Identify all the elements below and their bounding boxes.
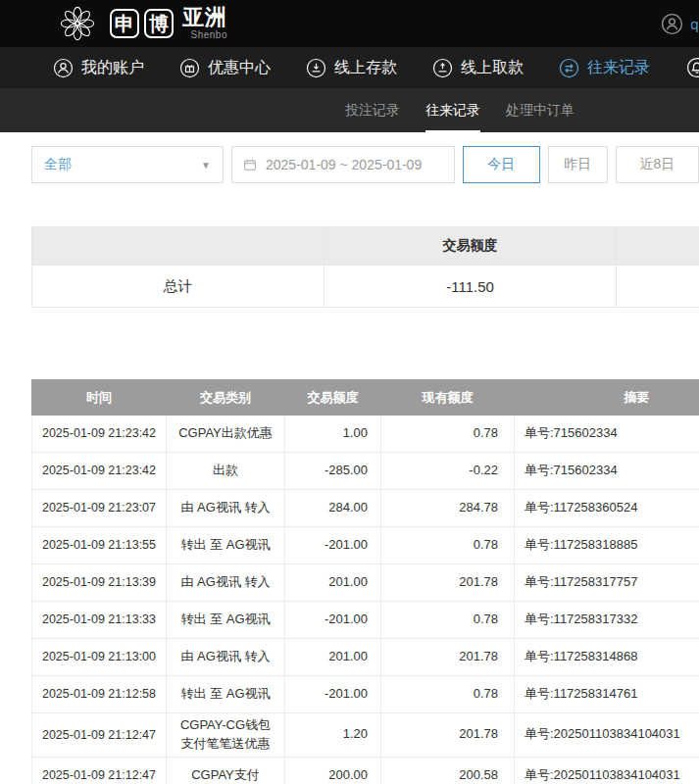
cell-type: CGPAY出款优惠 <box>167 416 285 453</box>
cell-time: 2025-01-09 21:13:33 <box>32 602 167 639</box>
cell-summary: 单号:117258314868 <box>515 639 699 676</box>
logo-char-bo: 博 <box>144 9 174 38</box>
col-header-summary: 摘要 <box>515 380 699 416</box>
table-row: 2025-01-09 21:12:47 CGPAY-CG钱包支付笔笔送优惠 1.… <box>32 713 699 758</box>
tab-processing-orders[interactable]: 处理中订单 <box>506 88 574 132</box>
table-row: 2025-01-09 21:12:47 CGPAY支付 200.00 200.5… <box>32 757 699 784</box>
table-row: 2025-01-09 21:13:00 由 AG视讯 转入 201.00 201… <box>32 639 699 676</box>
nav-item-promotions[interactable]: 优惠中心 <box>179 58 271 78</box>
table-row: 2025-01-09 21:12:58 转出 至 AG视讯 -201.00 0.… <box>32 676 699 713</box>
avatar-icon <box>661 13 683 35</box>
table-row: 2025-01-09 21:13:33 转出 至 AG视讯 -201.00 0.… <box>32 602 699 639</box>
records-icon <box>559 58 579 78</box>
col-header-balance: 现有额度 <box>381 380 515 416</box>
cell-type: 由 AG视讯 转入 <box>167 564 285 602</box>
cell-type: CGPAY支付 <box>167 757 285 784</box>
table-row: 2025-01-09 21:13:39 由 AG视讯 转入 201.00 201… <box>32 564 699 602</box>
cell-balance: 284.78 <box>381 490 515 527</box>
logo-region-text: 亚洲 <box>182 7 227 28</box>
cell-type: 由 AG视讯 转入 <box>167 639 285 676</box>
transactions-table: 时间 交易类别 交易额度 现有额度 摘要 2025-01-09 21:23:42… <box>31 379 699 784</box>
transactions-tbody: 2025-01-09 21:23:42 CGPAY出款优惠 1.00 0.78 … <box>32 416 699 784</box>
cell-amount: -201.00 <box>285 527 381 564</box>
cell-type: 转出 至 AG视讯 <box>167 527 285 564</box>
col-header-time: 时间 <box>32 380 167 416</box>
cell-summary: 单号:117258317757 <box>515 564 699 602</box>
cell-balance: 200.58 <box>381 757 515 784</box>
cell-amount: 1.20 <box>285 713 381 758</box>
table-row: 2025-01-09 21:13:55 转出 至 AG视讯 -201.00 0.… <box>32 527 699 564</box>
date-range-input[interactable]: 2025-01-09 ~ 2025-01-09 <box>231 146 455 183</box>
cell-balance: 0.78 <box>381 602 515 639</box>
summary-header-amount: 交易额度 <box>325 227 617 266</box>
records-subnav: 投注记录 往来记录 处理中订单 <box>0 88 699 132</box>
logo-wordmark: 亚洲 Shenbo <box>182 7 227 40</box>
account-area[interactable]: qh <box>661 0 699 47</box>
today-button[interactable]: 今日 <box>463 146 540 183</box>
cell-balance: 201.78 <box>381 713 515 758</box>
cell-summary: 单号:117258318885 <box>515 527 699 564</box>
tab-betting-records[interactable]: 投注记录 <box>345 88 400 132</box>
main-nav: 我的账户 优惠中心 线上存款 线上取款 往来记录 <box>0 47 699 88</box>
cell-time: 2025-01-09 21:12:58 <box>32 676 167 713</box>
cell-time: 2025-01-09 21:12:47 <box>32 713 167 758</box>
table-row: 2025-01-09 21:23:42 出款 -285.00 -0.22 单号:… <box>32 453 699 490</box>
summary-header-blank2 <box>617 227 699 266</box>
cell-time: 2025-01-09 21:13:55 <box>32 527 167 564</box>
cell-summary: 单号:715602334 <box>515 416 699 453</box>
nav-item-deposit[interactable]: 线上存款 <box>306 58 397 78</box>
nav-label: 往来记录 <box>587 58 650 78</box>
nav-item-my-account[interactable]: 我的账户 <box>53 58 144 78</box>
cell-time: 2025-01-09 21:13:00 <box>32 639 167 676</box>
col-header-amount: 交易额度 <box>285 380 381 416</box>
nav-label: 线上存款 <box>334 58 397 78</box>
cell-summary: 单号:117258314761 <box>515 676 699 713</box>
cell-time: 2025-01-09 21:13:39 <box>32 564 167 602</box>
cell-time: 2025-01-09 21:23:42 <box>32 453 167 490</box>
username-text: qh <box>690 16 699 32</box>
cell-balance: 0.78 <box>381 527 515 564</box>
cell-balance: 201.78 <box>381 564 515 602</box>
summary-header-blank <box>32 227 325 266</box>
table-row: 2025-01-09 21:23:07 由 AG视讯 转入 284.00 284… <box>32 490 699 527</box>
cell-summary: 单号:117258317332 <box>515 602 699 639</box>
date-range-value: 2025-01-09 ~ 2025-01-09 <box>266 157 422 172</box>
cell-time: 2025-01-09 21:23:42 <box>32 416 167 453</box>
table-row: 2025-01-09 21:23:42 CGPAY出款优惠 1.00 0.78 … <box>32 416 699 453</box>
cell-amount: 201.00 <box>285 564 381 602</box>
promo-icon <box>179 58 200 78</box>
user-icon <box>53 58 74 78</box>
summary-total-blank <box>617 266 699 308</box>
filter-bar: 全部 ▼ 2025-01-09 ~ 2025-01-09 今日 昨日 近8日 <box>0 132 699 183</box>
summary-total-row: 总计 -111.50 <box>32 266 699 308</box>
nav-label: 我的账户 <box>81 58 144 78</box>
tab-transaction-records[interactable]: 往来记录 <box>425 88 480 132</box>
cell-type: CGPAY-CG钱包支付笔笔送优惠 <box>167 713 285 758</box>
cell-time: 2025-01-09 21:23:07 <box>32 490 167 527</box>
cell-amount: -201.00 <box>285 602 381 639</box>
type-dropdown[interactable]: 全部 ▼ <box>31 146 224 183</box>
cell-time: 2025-01-09 21:12:47 <box>32 757 167 784</box>
transactions-header-row: 时间 交易类别 交易额度 现有额度 摘要 <box>32 380 699 416</box>
cell-type: 由 AG视讯 转入 <box>167 490 285 527</box>
top-header: 申 博 亚洲 Shenbo qh <box>0 0 699 47</box>
cell-type: 转出 至 AG视讯 <box>167 602 285 639</box>
logo-subtitle: Shenbo <box>182 30 227 40</box>
withdraw-icon <box>432 58 453 78</box>
nav-item-records[interactable]: 往来记录 <box>559 58 650 78</box>
brand-flower-icon <box>53 3 102 44</box>
cell-amount: 284.00 <box>285 490 381 527</box>
cell-summary: 单号:202501103834104031 <box>515 757 699 784</box>
col-header-type: 交易类别 <box>167 380 285 416</box>
deposit-icon <box>306 58 326 78</box>
cell-amount: 1.00 <box>285 416 381 453</box>
logo-char-shen: 申 <box>110 9 139 38</box>
cell-summary: 单号:715602334 <box>515 453 699 490</box>
last-8-days-button[interactable]: 近8日 <box>616 146 699 183</box>
cell-summary: 单号:202501103834104031 <box>515 713 699 758</box>
nav-item-withdraw[interactable]: 线上取款 <box>432 58 524 78</box>
cell-amount: -201.00 <box>285 676 381 713</box>
yesterday-button[interactable]: 昨日 <box>548 146 608 183</box>
summary-header-row: 交易额度 <box>32 227 699 266</box>
bell-icon[interactable] <box>686 57 699 78</box>
